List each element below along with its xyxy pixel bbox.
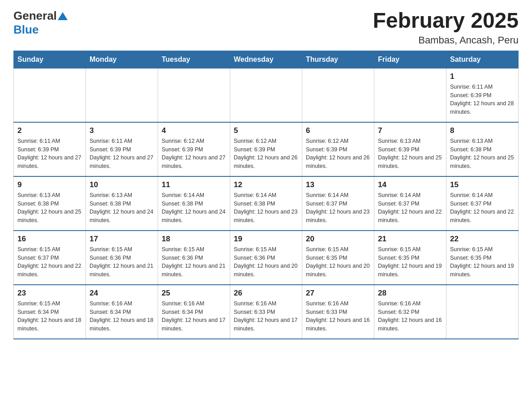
day-info: Sunrise: 6:15 AMSunset: 6:35 PMDaylight:… xyxy=(450,245,515,279)
calendar-header-row: SundayMondayTuesdayWednesdayThursdayFrid… xyxy=(14,51,519,68)
calendar-cell: 3Sunrise: 6:11 AMSunset: 6:39 PMDaylight… xyxy=(86,122,158,176)
calendar-header-wednesday: Wednesday xyxy=(230,51,302,68)
calendar-header-monday: Monday xyxy=(86,51,158,68)
day-info: Sunrise: 6:15 AMSunset: 6:35 PMDaylight:… xyxy=(378,245,442,279)
calendar-cell: 4Sunrise: 6:12 AMSunset: 6:39 PMDaylight… xyxy=(158,122,230,176)
day-number: 13 xyxy=(306,180,370,189)
calendar-cell: 10Sunrise: 6:13 AMSunset: 6:38 PMDayligh… xyxy=(86,176,158,231)
day-info: Sunrise: 6:15 AMSunset: 6:36 PMDaylight:… xyxy=(234,245,298,279)
logo-blue-text: Blue xyxy=(13,23,39,36)
day-number: 22 xyxy=(450,235,515,244)
calendar-cell xyxy=(446,285,519,339)
day-number: 15 xyxy=(450,180,515,189)
day-number: 21 xyxy=(378,235,442,244)
day-info: Sunrise: 6:12 AMSunset: 6:39 PMDaylight:… xyxy=(234,137,298,171)
day-number: 10 xyxy=(90,180,154,189)
day-info: Sunrise: 6:16 AMSunset: 6:34 PMDaylight:… xyxy=(162,300,226,333)
calendar-cell: 22Sunrise: 6:15 AMSunset: 6:35 PMDayligh… xyxy=(446,231,519,285)
calendar-cell xyxy=(302,68,374,122)
day-info: Sunrise: 6:15 AMSunset: 6:37 PMDaylight:… xyxy=(17,245,82,279)
calendar-week-row-2: 2Sunrise: 6:11 AMSunset: 6:39 PMDaylight… xyxy=(14,122,519,176)
logo: General Blue xyxy=(13,9,68,37)
day-number: 20 xyxy=(306,235,370,244)
calendar-cell xyxy=(158,68,230,122)
day-info: Sunrise: 6:12 AMSunset: 6:39 PMDaylight:… xyxy=(306,137,370,171)
calendar-cell: 18Sunrise: 6:15 AMSunset: 6:36 PMDayligh… xyxy=(158,231,230,285)
calendar-week-row-4: 16Sunrise: 6:15 AMSunset: 6:37 PMDayligh… xyxy=(14,231,519,285)
calendar-cell: 26Sunrise: 6:16 AMSunset: 6:33 PMDayligh… xyxy=(230,285,302,339)
calendar-cell: 28Sunrise: 6:16 AMSunset: 6:32 PMDayligh… xyxy=(374,285,446,339)
day-info: Sunrise: 6:12 AMSunset: 6:39 PMDaylight:… xyxy=(162,137,226,171)
day-info: Sunrise: 6:11 AMSunset: 6:39 PMDaylight:… xyxy=(90,137,154,171)
calendar-cell: 19Sunrise: 6:15 AMSunset: 6:36 PMDayligh… xyxy=(230,231,302,285)
day-number: 2 xyxy=(17,126,82,135)
calendar-week-row-3: 9Sunrise: 6:13 AMSunset: 6:38 PMDaylight… xyxy=(14,176,519,231)
calendar-cell: 16Sunrise: 6:15 AMSunset: 6:37 PMDayligh… xyxy=(14,231,86,285)
day-number: 19 xyxy=(234,235,298,244)
calendar-cell: 13Sunrise: 6:14 AMSunset: 6:37 PMDayligh… xyxy=(302,176,374,231)
calendar-cell: 6Sunrise: 6:12 AMSunset: 6:39 PMDaylight… xyxy=(302,122,374,176)
calendar-cell: 21Sunrise: 6:15 AMSunset: 6:35 PMDayligh… xyxy=(374,231,446,285)
day-info: Sunrise: 6:14 AMSunset: 6:37 PMDaylight:… xyxy=(450,191,515,225)
day-info: Sunrise: 6:15 AMSunset: 6:35 PMDaylight:… xyxy=(306,245,370,279)
day-info: Sunrise: 6:11 AMSunset: 6:39 PMDaylight:… xyxy=(450,83,515,116)
page-header: General Blue February 2025 Bambas, Ancas… xyxy=(13,9,519,46)
day-info: Sunrise: 6:15 AMSunset: 6:36 PMDaylight:… xyxy=(162,245,226,279)
day-info: Sunrise: 6:13 AMSunset: 6:39 PMDaylight:… xyxy=(378,137,442,171)
logo-general-text: General xyxy=(13,9,57,23)
day-info: Sunrise: 6:11 AMSunset: 6:39 PMDaylight:… xyxy=(17,137,82,171)
month-title: February 2025 xyxy=(373,9,519,33)
day-number: 16 xyxy=(17,235,82,244)
calendar-header-tuesday: Tuesday xyxy=(158,51,230,68)
calendar-cell: 17Sunrise: 6:15 AMSunset: 6:36 PMDayligh… xyxy=(86,231,158,285)
calendar-cell xyxy=(230,68,302,122)
day-number: 27 xyxy=(306,289,370,298)
day-number: 8 xyxy=(450,126,515,135)
calendar-cell: 9Sunrise: 6:13 AMSunset: 6:38 PMDaylight… xyxy=(14,176,86,231)
day-number: 11 xyxy=(162,180,226,189)
day-info: Sunrise: 6:14 AMSunset: 6:37 PMDaylight:… xyxy=(378,191,442,225)
day-number: 17 xyxy=(90,235,154,244)
day-info: Sunrise: 6:16 AMSunset: 6:34 PMDaylight:… xyxy=(90,300,154,333)
svg-marker-0 xyxy=(58,12,68,20)
calendar-cell xyxy=(86,68,158,122)
calendar-cell: 7Sunrise: 6:13 AMSunset: 6:39 PMDaylight… xyxy=(374,122,446,176)
calendar-cell: 20Sunrise: 6:15 AMSunset: 6:35 PMDayligh… xyxy=(302,231,374,285)
calendar-header-saturday: Saturday xyxy=(446,51,519,68)
calendar-cell: 1Sunrise: 6:11 AMSunset: 6:39 PMDaylight… xyxy=(446,68,519,122)
day-number: 12 xyxy=(234,180,298,189)
day-info: Sunrise: 6:16 AMSunset: 6:32 PMDaylight:… xyxy=(378,300,442,333)
location-title: Bambas, Ancash, Peru xyxy=(373,34,519,46)
calendar-header-friday: Friday xyxy=(374,51,446,68)
calendar-header-sunday: Sunday xyxy=(14,51,86,68)
calendar-cell: 27Sunrise: 6:16 AMSunset: 6:33 PMDayligh… xyxy=(302,285,374,339)
day-number: 5 xyxy=(234,126,298,135)
day-number: 25 xyxy=(162,289,226,298)
day-number: 4 xyxy=(162,126,226,135)
calendar-cell: 14Sunrise: 6:14 AMSunset: 6:37 PMDayligh… xyxy=(374,176,446,231)
calendar-cell: 15Sunrise: 6:14 AMSunset: 6:37 PMDayligh… xyxy=(446,176,519,231)
day-number: 23 xyxy=(17,289,82,298)
day-number: 14 xyxy=(378,180,442,189)
day-info: Sunrise: 6:16 AMSunset: 6:33 PMDaylight:… xyxy=(234,300,298,333)
calendar-cell xyxy=(14,68,86,122)
calendar-cell: 8Sunrise: 6:13 AMSunset: 6:38 PMDaylight… xyxy=(446,122,519,176)
day-number: 9 xyxy=(17,180,82,189)
day-number: 28 xyxy=(378,289,442,298)
calendar-cell: 2Sunrise: 6:11 AMSunset: 6:39 PMDaylight… xyxy=(14,122,86,176)
calendar-cell: 12Sunrise: 6:14 AMSunset: 6:38 PMDayligh… xyxy=(230,176,302,231)
day-info: Sunrise: 6:14 AMSunset: 6:37 PMDaylight:… xyxy=(306,191,370,225)
calendar-cell: 5Sunrise: 6:12 AMSunset: 6:39 PMDaylight… xyxy=(230,122,302,176)
day-number: 3 xyxy=(90,126,154,135)
calendar-table: SundayMondayTuesdayWednesdayThursdayFrid… xyxy=(13,51,519,339)
calendar-week-row-1: 1Sunrise: 6:11 AMSunset: 6:39 PMDaylight… xyxy=(14,68,519,122)
logo-triangle-icon xyxy=(58,11,68,21)
day-info: Sunrise: 6:13 AMSunset: 6:38 PMDaylight:… xyxy=(17,191,82,225)
day-number: 18 xyxy=(162,235,226,244)
day-info: Sunrise: 6:15 AMSunset: 6:34 PMDaylight:… xyxy=(17,300,82,333)
day-info: Sunrise: 6:16 AMSunset: 6:33 PMDaylight:… xyxy=(306,300,370,333)
calendar-header-thursday: Thursday xyxy=(302,51,374,68)
day-number: 26 xyxy=(234,289,298,298)
day-info: Sunrise: 6:14 AMSunset: 6:38 PMDaylight:… xyxy=(162,191,226,225)
calendar-cell: 24Sunrise: 6:16 AMSunset: 6:34 PMDayligh… xyxy=(86,285,158,339)
